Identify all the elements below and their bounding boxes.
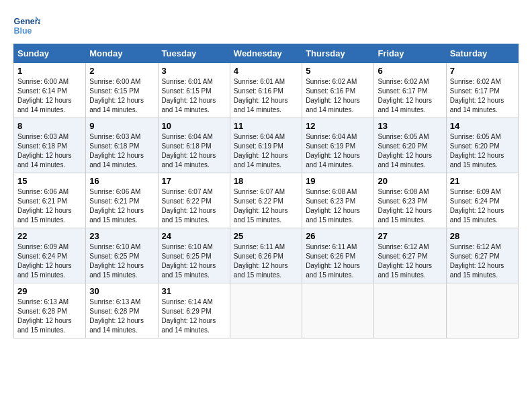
calendar-cell: 8Sunrise: 6:03 AMSunset: 6:18 PMDaylight…	[14, 118, 86, 173]
calendar-cell	[374, 283, 446, 338]
calendar-cell: 16Sunrise: 6:06 AMSunset: 6:21 PMDayligh…	[86, 173, 158, 228]
day-number: 31	[162, 286, 226, 296]
logo-icon: General Blue	[13, 13, 40, 37]
calendar-cell: 3Sunrise: 6:01 AMSunset: 6:15 PMDaylight…	[158, 63, 230, 118]
calendar-cell: 29Sunrise: 6:13 AMSunset: 6:28 PMDayligh…	[14, 283, 86, 338]
col-header-tuesday: Tuesday	[158, 44, 230, 63]
day-number: 3	[162, 66, 226, 76]
day-number: 14	[450, 121, 515, 131]
calendar-cell: 24Sunrise: 6:10 AMSunset: 6:25 PMDayligh…	[158, 228, 230, 283]
day-info: Sunrise: 6:09 AMSunset: 6:24 PMDaylight:…	[17, 242, 82, 280]
calendar-cell: 7Sunrise: 6:02 AMSunset: 6:17 PMDaylight…	[446, 63, 518, 118]
day-info: Sunrise: 6:02 AMSunset: 6:16 PMDaylight:…	[306, 77, 370, 115]
day-info: Sunrise: 6:01 AMSunset: 6:16 PMDaylight:…	[234, 77, 298, 115]
day-info: Sunrise: 6:07 AMSunset: 6:22 PMDaylight:…	[162, 187, 226, 225]
day-info: Sunrise: 6:02 AMSunset: 6:17 PMDaylight:…	[378, 77, 442, 115]
day-info: Sunrise: 6:13 AMSunset: 6:28 PMDaylight:…	[89, 298, 154, 335]
day-number: 20	[378, 176, 442, 186]
day-info: Sunrise: 6:04 AMSunset: 6:19 PMDaylight:…	[306, 132, 370, 170]
calendar-cell: 18Sunrise: 6:07 AMSunset: 6:22 PMDayligh…	[230, 173, 302, 228]
calendar-cell: 6Sunrise: 6:02 AMSunset: 6:17 PMDaylight…	[374, 63, 446, 118]
calendar-cell: 14Sunrise: 6:05 AMSunset: 6:20 PMDayligh…	[446, 118, 518, 173]
calendar-cell: 9Sunrise: 6:03 AMSunset: 6:18 PMDaylight…	[86, 118, 158, 173]
calendar-cell: 23Sunrise: 6:10 AMSunset: 6:25 PMDayligh…	[86, 228, 158, 283]
day-number: 8	[17, 121, 82, 131]
calendar-cell: 30Sunrise: 6:13 AMSunset: 6:28 PMDayligh…	[86, 283, 158, 338]
calendar-cell	[230, 283, 302, 338]
day-number: 17	[162, 176, 226, 186]
day-info: Sunrise: 6:08 AMSunset: 6:23 PMDaylight:…	[306, 187, 370, 225]
day-info: Sunrise: 6:10 AMSunset: 6:25 PMDaylight:…	[162, 242, 226, 280]
calendar-cell: 11Sunrise: 6:04 AMSunset: 6:19 PMDayligh…	[230, 118, 302, 173]
calendar-cell: 10Sunrise: 6:04 AMSunset: 6:18 PMDayligh…	[158, 118, 230, 173]
calendar-cell: 2Sunrise: 6:00 AMSunset: 6:15 PMDaylight…	[86, 63, 158, 118]
day-info: Sunrise: 6:04 AMSunset: 6:19 PMDaylight:…	[234, 132, 298, 170]
day-number: 10	[162, 121, 226, 131]
calendar-cell: 31Sunrise: 6:14 AMSunset: 6:29 PMDayligh…	[158, 283, 230, 338]
col-header-friday: Friday	[374, 44, 446, 63]
day-number: 27	[378, 231, 442, 241]
day-number: 1	[17, 66, 82, 76]
day-number: 9	[89, 121, 154, 131]
calendar-cell: 4Sunrise: 6:01 AMSunset: 6:16 PMDaylight…	[230, 63, 302, 118]
col-header-monday: Monday	[86, 44, 158, 63]
day-number: 26	[306, 231, 370, 241]
day-number: 21	[450, 176, 515, 186]
day-info: Sunrise: 6:00 AMSunset: 6:14 PMDaylight:…	[17, 77, 82, 115]
calendar-cell: 21Sunrise: 6:09 AMSunset: 6:24 PMDayligh…	[446, 173, 518, 228]
svg-text:Blue: Blue	[14, 26, 32, 36]
day-info: Sunrise: 6:02 AMSunset: 6:17 PMDaylight:…	[450, 77, 515, 115]
day-info: Sunrise: 6:05 AMSunset: 6:20 PMDaylight:…	[378, 132, 442, 170]
day-info: Sunrise: 6:06 AMSunset: 6:21 PMDaylight:…	[17, 187, 82, 225]
calendar-cell: 22Sunrise: 6:09 AMSunset: 6:24 PMDayligh…	[14, 228, 86, 283]
day-number: 29	[17, 286, 82, 296]
day-info: Sunrise: 6:14 AMSunset: 6:29 PMDaylight:…	[162, 298, 226, 335]
day-info: Sunrise: 6:09 AMSunset: 6:24 PMDaylight:…	[450, 187, 515, 225]
calendar-cell: 13Sunrise: 6:05 AMSunset: 6:20 PMDayligh…	[374, 118, 446, 173]
calendar-cell: 28Sunrise: 6:12 AMSunset: 6:27 PMDayligh…	[446, 228, 518, 283]
day-number: 4	[234, 66, 298, 76]
day-number: 12	[306, 121, 370, 131]
calendar-cell: 12Sunrise: 6:04 AMSunset: 6:19 PMDayligh…	[302, 118, 374, 173]
calendar-cell: 26Sunrise: 6:11 AMSunset: 6:26 PMDayligh…	[302, 228, 374, 283]
day-number: 24	[162, 231, 226, 241]
day-info: Sunrise: 6:06 AMSunset: 6:21 PMDaylight:…	[89, 187, 154, 225]
col-header-thursday: Thursday	[302, 44, 374, 63]
calendar-week-row: 1Sunrise: 6:00 AMSunset: 6:14 PMDaylight…	[14, 63, 519, 118]
day-number: 5	[306, 66, 370, 76]
day-info: Sunrise: 6:01 AMSunset: 6:15 PMDaylight:…	[162, 77, 226, 115]
calendar-header-row: SundayMondayTuesdayWednesdayThursdayFrid…	[14, 44, 519, 63]
day-info: Sunrise: 6:12 AMSunset: 6:27 PMDaylight:…	[378, 242, 442, 280]
calendar-cell: 27Sunrise: 6:12 AMSunset: 6:27 PMDayligh…	[374, 228, 446, 283]
day-info: Sunrise: 6:13 AMSunset: 6:28 PMDaylight:…	[17, 298, 82, 335]
day-number: 18	[234, 176, 298, 186]
logo: General Blue	[13, 13, 43, 37]
calendar-cell	[302, 283, 374, 338]
calendar-cell	[446, 283, 518, 338]
day-number: 2	[89, 66, 154, 76]
day-number: 28	[450, 231, 515, 241]
day-number: 22	[17, 231, 82, 241]
calendar-week-row: 22Sunrise: 6:09 AMSunset: 6:24 PMDayligh…	[14, 228, 519, 283]
page-header: General Blue	[13, 13, 519, 37]
day-info: Sunrise: 6:05 AMSunset: 6:20 PMDaylight:…	[450, 132, 515, 170]
day-info: Sunrise: 6:11 AMSunset: 6:26 PMDaylight:…	[234, 242, 298, 280]
calendar-week-row: 8Sunrise: 6:03 AMSunset: 6:18 PMDaylight…	[14, 118, 519, 173]
col-header-saturday: Saturday	[446, 44, 518, 63]
calendar-cell: 17Sunrise: 6:07 AMSunset: 6:22 PMDayligh…	[158, 173, 230, 228]
day-number: 23	[89, 231, 154, 241]
col-header-wednesday: Wednesday	[230, 44, 302, 63]
day-info: Sunrise: 6:11 AMSunset: 6:26 PMDaylight:…	[306, 242, 370, 280]
day-number: 7	[450, 66, 515, 76]
calendar-cell: 1Sunrise: 6:00 AMSunset: 6:14 PMDaylight…	[14, 63, 86, 118]
calendar-table: SundayMondayTuesdayWednesdayThursdayFrid…	[13, 44, 519, 338]
day-number: 25	[234, 231, 298, 241]
day-number: 11	[234, 121, 298, 131]
day-info: Sunrise: 6:00 AMSunset: 6:15 PMDaylight:…	[89, 77, 154, 115]
day-info: Sunrise: 6:04 AMSunset: 6:18 PMDaylight:…	[162, 132, 226, 170]
day-info: Sunrise: 6:10 AMSunset: 6:25 PMDaylight:…	[89, 242, 154, 280]
calendar-cell: 19Sunrise: 6:08 AMSunset: 6:23 PMDayligh…	[302, 173, 374, 228]
day-info: Sunrise: 6:03 AMSunset: 6:18 PMDaylight:…	[17, 132, 82, 170]
day-info: Sunrise: 6:07 AMSunset: 6:22 PMDaylight:…	[234, 187, 298, 225]
day-info: Sunrise: 6:12 AMSunset: 6:27 PMDaylight:…	[450, 242, 515, 280]
